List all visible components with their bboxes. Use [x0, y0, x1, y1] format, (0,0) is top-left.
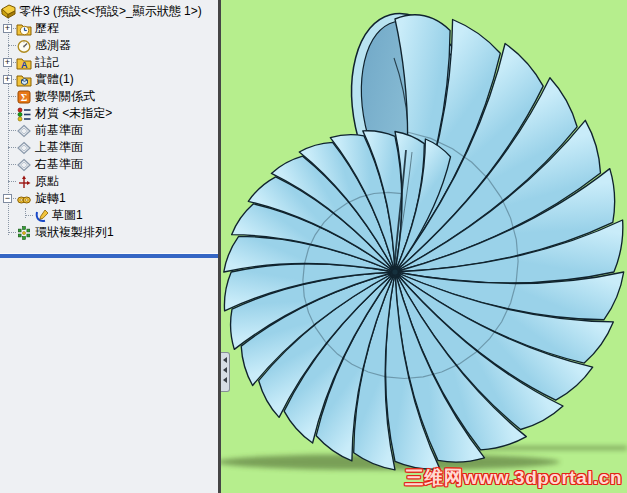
tree-item[interactable]: 右基準面	[0, 156, 218, 173]
tree-item-label: 右基準面	[35, 156, 83, 173]
tree-item[interactable]: 草圖1	[0, 207, 218, 224]
expand-plus-box[interactable]: +	[3, 75, 12, 84]
tree-item-label: 註記	[35, 54, 59, 71]
tree-item-label: 數學關係式	[35, 88, 95, 105]
svg-text:A: A	[21, 60, 28, 70]
tree-item-label: 材質 <未指定>	[35, 105, 112, 122]
tree-item-label: 草圖1	[52, 207, 83, 224]
tree-items: +歷程感測器+A註記+實體(1)Σ數學關係式材質 <未指定>前基準面上基準面右基…	[0, 20, 218, 241]
expand-plus-box[interactable]: +	[3, 24, 12, 33]
history-folder-icon	[16, 21, 32, 37]
tree-item-label: 感測器	[35, 37, 71, 54]
material-icon	[16, 106, 32, 122]
feature-tree: 零件3 (預設<<預設>_顯示狀態 1>) +歷程感測器+A註記+實體(1)Σ數…	[0, 2, 218, 241]
graphics-viewport[interactable]: 三维网www.3dportal.cn	[221, 0, 627, 493]
plane-icon	[16, 140, 32, 156]
collapse-minus-box[interactable]: −	[3, 194, 12, 203]
tree-item-label: 前基準面	[35, 122, 83, 139]
annotations-folder-icon: A	[16, 55, 32, 71]
tree-item[interactable]: +歷程	[0, 20, 218, 37]
tree-item[interactable]: Σ數學關係式	[0, 88, 218, 105]
plane-icon	[16, 123, 32, 139]
revolve-icon	[16, 191, 32, 207]
equations-sigma-icon: Σ	[16, 89, 32, 105]
nautilus-shell-model[interactable]	[221, 0, 627, 493]
origin-icon	[16, 174, 32, 190]
tree-item[interactable]: 材質 <未指定>	[0, 105, 218, 122]
tree-item[interactable]: 原點	[0, 173, 218, 190]
panel-collapse-tab[interactable]	[221, 352, 230, 392]
tree-item[interactable]: +A註記	[0, 54, 218, 71]
tree-item-label: 原點	[35, 173, 59, 190]
circular-pattern-icon	[16, 225, 32, 241]
tree-item-label: 歷程	[35, 20, 59, 37]
tree-item[interactable]: +實體(1)	[0, 71, 218, 88]
collapse-arrow-icon	[223, 377, 227, 383]
svg-text:Σ: Σ	[21, 92, 28, 103]
tree-item[interactable]: 上基準面	[0, 139, 218, 156]
tree-item[interactable]: 感測器	[0, 37, 218, 54]
plane-icon	[16, 157, 32, 173]
tree-item[interactable]: 環狀複製排列1	[0, 224, 218, 241]
solid-bodies-folder-icon	[16, 72, 32, 88]
collapse-arrow-icon	[223, 357, 227, 363]
feature-manager-panel: 零件3 (預設<<預設>_顯示狀態 1>) +歷程感測器+A註記+實體(1)Σ數…	[0, 0, 218, 493]
tree-item[interactable]: −旋轉1	[0, 190, 218, 207]
watermark-text: 三维网www.3dportal.cn	[405, 465, 622, 491]
tree-item[interactable]: 前基準面	[0, 122, 218, 139]
part-icon	[0, 3, 16, 19]
tree-item-label: 上基準面	[35, 139, 83, 156]
sensors-gauge-icon	[16, 38, 32, 54]
tree-item-label: 環狀複製排列1	[35, 224, 114, 241]
feature-tree-splitter-bar[interactable]	[0, 253, 218, 258]
tree-item-label: 旋轉1	[35, 190, 66, 207]
solidworks-window: 零件3 (預設<<預設>_顯示狀態 1>) +歷程感測器+A註記+實體(1)Σ數…	[0, 0, 627, 493]
tree-root-label: 零件3 (預設<<預設>_顯示狀態 1>)	[19, 3, 202, 20]
expand-plus-box[interactable]: +	[3, 58, 12, 67]
collapse-arrow-icon	[223, 367, 227, 373]
tree-item-label: 實體(1)	[35, 71, 74, 88]
sketch-icon	[33, 208, 49, 224]
tree-root-item[interactable]: 零件3 (預設<<預設>_顯示狀態 1>)	[0, 2, 218, 20]
